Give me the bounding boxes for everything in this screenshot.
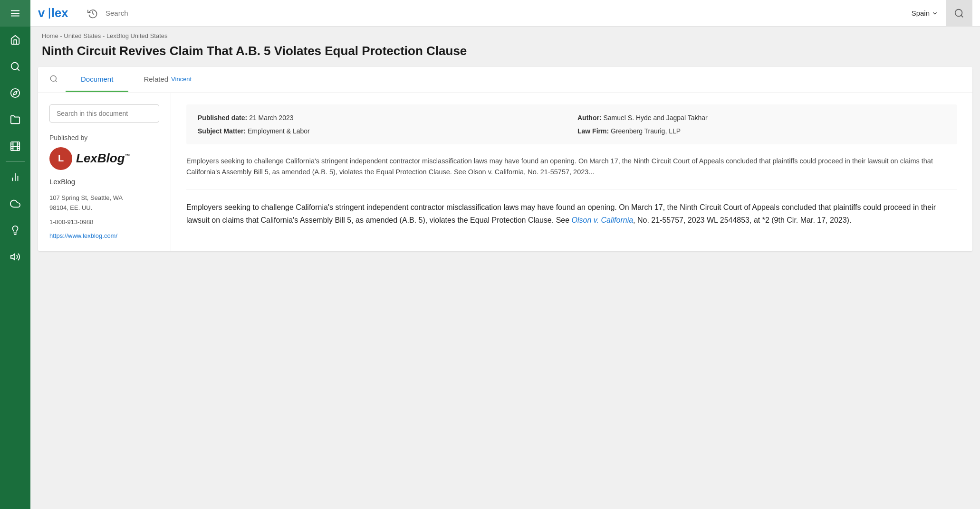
- sidebar-item-film[interactable]: [0, 133, 30, 160]
- tab-related-label: Related: [144, 75, 168, 83]
- meta-subject-label: Subject Matter:: [198, 127, 246, 135]
- svg-line-27: [55, 80, 57, 82]
- sidebar-item-broadcast[interactable]: [0, 244, 30, 270]
- publisher-url[interactable]: https://www.lexblog.com/: [49, 232, 117, 239]
- meta-published-date-label: Published date:: [198, 114, 247, 122]
- doc-full-text: Employers seeking to challenge Californi…: [186, 201, 957, 226]
- meta-law-firm: Law Firm: Greenberg Traurig, LLP: [577, 127, 946, 135]
- svg-marker-20: [11, 254, 15, 260]
- breadcrumb-sep2: -: [103, 32, 106, 39]
- topbar: v lex Spain: [30, 0, 980, 27]
- publisher-name: LexBlog: [49, 178, 159, 186]
- lexblog-logo: L LexBlog™: [49, 147, 159, 170]
- vlex-logo: v lex: [38, 6, 76, 21]
- doc-main: Published date: 21 March 2023 Author: Sa…: [171, 93, 972, 252]
- doc-abstract: Employers seeking to challenge Californi…: [186, 156, 957, 189]
- published-by-label: Published by: [49, 134, 159, 141]
- breadcrumb-country[interactable]: United States: [64, 32, 101, 39]
- svg-text:lex: lex: [51, 6, 68, 19]
- doc-meta: Published date: 21 March 2023 Author: Sa…: [186, 104, 957, 144]
- lexblog-icon: L: [49, 147, 72, 170]
- svg-point-5: [11, 89, 19, 97]
- vincent-badge: Vincent: [171, 75, 192, 83]
- tabs-bar: Document Related Vincent: [38, 67, 972, 93]
- topbar-search-button[interactable]: [946, 0, 972, 27]
- svg-point-26: [50, 75, 56, 81]
- search-in-document-input[interactable]: [49, 104, 159, 123]
- meta-author: Author: Samuel S. Hyde and Jagpal Takhar: [577, 114, 946, 122]
- lexblog-text: LexBlog™: [76, 151, 130, 166]
- sidebar: [0, 0, 30, 509]
- page-title-bar: Ninth Circuit Revives Claim That A.B. 5 …: [30, 41, 980, 67]
- full-text-see: See: [556, 216, 572, 224]
- sidebar-item-folder[interactable]: [0, 106, 30, 133]
- document-card: Document Related Vincent Published by L: [38, 67, 972, 252]
- svg-marker-6: [13, 91, 17, 95]
- sidebar-item-menu[interactable]: [0, 0, 30, 27]
- country-selector[interactable]: Spain: [912, 9, 938, 17]
- tab-related[interactable]: Related Vincent: [128, 67, 207, 92]
- doc-body: Published by L LexBlog™ LexBlog 107 Spri…: [38, 93, 972, 252]
- main-content: v lex Spain: [30, 0, 980, 509]
- meta-subject: Subject Matter: Employment & Labor: [198, 127, 566, 135]
- full-text-part2: , No. 21-55757, 2023 WL 2544853, at *2 (…: [633, 216, 851, 224]
- chevron-down-icon: [932, 10, 938, 17]
- sidebar-item-compass[interactable]: [0, 80, 30, 106]
- sidebar-item-chart[interactable]: [0, 164, 30, 190]
- tab-search-icon[interactable]: [49, 67, 66, 93]
- meta-law-firm-label: Law Firm:: [577, 127, 609, 135]
- svg-point-24: [955, 9, 962, 16]
- search-icon: [954, 8, 964, 19]
- breadcrumb-home[interactable]: Home: [42, 32, 58, 39]
- page-title: Ninth Circuit Revives Claim That A.B. 5 …: [42, 43, 969, 59]
- history-icon[interactable]: [87, 8, 98, 19]
- svg-line-4: [17, 68, 19, 70]
- svg-text:v: v: [38, 6, 45, 19]
- tab-document[interactable]: Document: [66, 67, 128, 92]
- svg-line-25: [961, 15, 963, 17]
- publisher-address: 107 Spring St, Seattle, WA 98104, EE. UU…: [49, 193, 159, 213]
- sidebar-divider: [6, 161, 25, 162]
- breadcrumb-source[interactable]: LexBlog United States: [106, 32, 168, 39]
- publisher-phone: 1-800-913-0988: [49, 218, 159, 226]
- topbar-search-input[interactable]: [106, 9, 904, 17]
- breadcrumb: Home - United States - LexBlog United St…: [30, 27, 980, 41]
- topbar-search-bar[interactable]: [106, 9, 904, 17]
- topbar-right: Spain: [912, 9, 938, 17]
- meta-author-label: Author:: [577, 114, 602, 122]
- sidebar-item-search[interactable]: [0, 53, 30, 80]
- country-label: Spain: [912, 9, 930, 17]
- meta-published-date: Published date: 21 March 2023: [198, 114, 566, 122]
- citation-link[interactable]: Olson v. California: [572, 216, 634, 224]
- sidebar-item-home[interactable]: [0, 27, 30, 53]
- page-content: Home - United States - LexBlog United St…: [30, 27, 980, 509]
- doc-sidebar: Published by L LexBlog™ LexBlog 107 Spri…: [38, 93, 171, 252]
- sidebar-item-bulb[interactable]: [0, 217, 30, 244]
- sidebar-item-cloud[interactable]: [0, 190, 30, 217]
